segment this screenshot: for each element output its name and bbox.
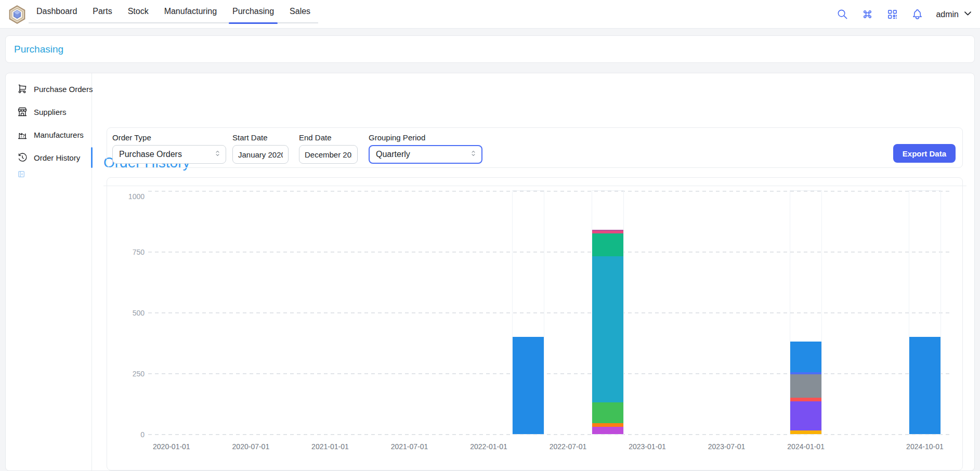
main-nav-tabs: DashboardPartsStockManufacturingPurchasi… (29, 0, 318, 23)
top-navbar: DashboardPartsStockManufacturingPurchasi… (0, 0, 980, 29)
bar-segment (592, 427, 623, 434)
x-axis-label: 2021-07-01 (391, 442, 428, 451)
gridline-y-750 (148, 252, 952, 253)
history-icon (17, 152, 28, 163)
chart-bar-2022-10-01[interactable] (592, 191, 623, 434)
end-date-label: End Date (299, 133, 358, 142)
start-date-label: Start Date (232, 133, 289, 142)
x-axis-label: 2022-01-01 (470, 442, 507, 451)
user-name: admin (936, 10, 959, 19)
grouping-period-label: Grouping Period (369, 133, 482, 142)
tab-stock[interactable]: Stock (120, 0, 156, 23)
bar-segment (513, 337, 544, 434)
bar-segment (790, 374, 821, 397)
x-axis-label: 2020-01-01 (153, 442, 190, 451)
grouping-period-select[interactable]: Quarterly (369, 145, 482, 164)
selector-chevrons-icon (214, 150, 221, 160)
bar-segment (592, 233, 623, 256)
tab-manufacturing[interactable]: Manufacturing (156, 0, 225, 23)
y-axis-label: 750 (119, 248, 145, 256)
command-palette-icon[interactable] (861, 8, 873, 21)
chart-bar-2024-01-01[interactable] (790, 191, 821, 434)
storefront-icon (17, 107, 28, 117)
y-axis-label: 500 (119, 309, 145, 317)
gridline-y-0 (148, 434, 952, 435)
bar-segment (790, 401, 821, 430)
sidebar-item-manufacturers[interactable]: Manufacturers (6, 123, 92, 146)
x-axis-label: 2021-01-01 (311, 442, 349, 451)
end-date-input[interactable] (299, 145, 358, 164)
navbar-actions: admin (836, 0, 973, 29)
y-axis-label: 1000 (119, 192, 145, 201)
bar-segment (790, 430, 821, 434)
search-icon[interactable] (836, 8, 848, 21)
y-axis-label: 0 (119, 430, 145, 439)
sidebar-item-label: Purchase Orders (34, 85, 93, 94)
gridline-y-500 (148, 312, 952, 313)
x-axis-label: 2022-07-01 (550, 442, 587, 451)
sidebar-item-order-history[interactable]: Order History (6, 146, 92, 169)
y-axis-label: 250 (119, 370, 145, 378)
sidebar-item-purchase-orders[interactable]: Purchase Orders (6, 77, 92, 100)
breadcrumb-bar: Purchasing (5, 35, 975, 63)
x-axis-label: 2023-07-01 (708, 442, 746, 451)
x-axis-label: 2023-01-01 (629, 442, 666, 451)
user-menu[interactable]: admin (936, 8, 973, 20)
bar-segment (790, 342, 821, 372)
chevron-down-icon (963, 8, 973, 20)
bar-segment (592, 402, 623, 423)
main-panel: Purchase OrdersSuppliersManufacturersOrd… (5, 73, 975, 471)
order-type-select[interactable]: Purchase Orders (112, 145, 226, 164)
qrcode-scan-icon[interactable] (886, 8, 898, 21)
order-type-label: Order Type (112, 133, 226, 142)
sidebar-item-label: Order History (34, 153, 80, 162)
factory-icon (17, 129, 28, 140)
x-axis-label: 2024-01-01 (787, 442, 825, 451)
export-data-button[interactable]: Export Data (893, 144, 956, 163)
sidebar-item-label: Manufacturers (34, 130, 84, 139)
tab-dashboard[interactable]: Dashboard (29, 0, 85, 23)
chart-plot-area (148, 191, 952, 434)
order-type-value: Purchase Orders (119, 150, 182, 159)
shopping-cart-icon (17, 84, 28, 94)
gridline-y-1000 (148, 191, 952, 192)
x-axis-label: 2020-07-01 (232, 442, 270, 451)
x-axis-label: 2024-10-01 (906, 442, 944, 451)
bar-segment (909, 337, 940, 434)
chart-bar-2024-10-01[interactable] (909, 191, 940, 434)
breadcrumb[interactable]: Purchasing (14, 44, 63, 55)
gridline-y-250 (148, 373, 952, 374)
filter-bar: Order Type Purchase Orders Start Date En… (107, 127, 963, 168)
tab-purchasing[interactable]: Purchasing (225, 0, 282, 23)
sidebar-item-suppliers[interactable]: Suppliers (6, 100, 92, 123)
bar-segment (790, 398, 821, 401)
bar-segment (592, 256, 623, 402)
sidebar-collapse-icon[interactable] (17, 170, 25, 178)
selector-chevrons-icon (469, 150, 477, 160)
start-date-input[interactable] (232, 145, 289, 164)
notifications-icon[interactable] (911, 8, 923, 21)
grouping-period-value: Quarterly (376, 150, 410, 159)
sidebar-item-label: Suppliers (34, 108, 67, 116)
tab-parts[interactable]: Parts (85, 0, 120, 23)
chart-bar-2022-04-01[interactable] (513, 191, 544, 434)
tab-sales[interactable]: Sales (282, 0, 318, 23)
app-logo-icon[interactable] (7, 5, 27, 24)
sidebar: Purchase OrdersSuppliersManufacturersOrd… (6, 73, 92, 470)
bar-segment (592, 423, 623, 427)
order-history-chart: 02505007501000 2020-01-012020-07-012021-… (107, 177, 963, 470)
